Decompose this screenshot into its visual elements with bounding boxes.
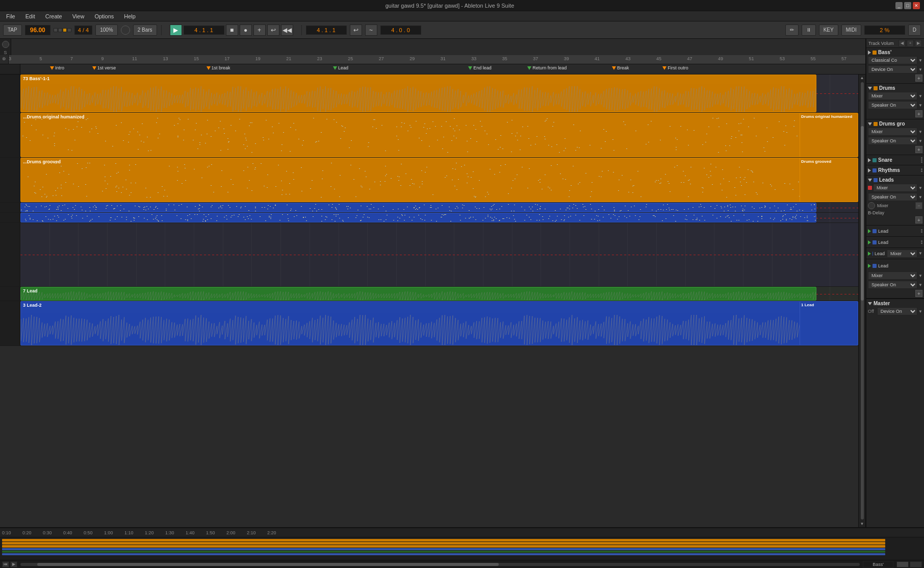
master-collapse-arrow[interactable] <box>868 302 872 305</box>
clip-main-rhythms[interactable] <box>20 213 816 223</box>
master-chevron[interactable]: ▼ <box>918 309 922 314</box>
leads-minus-btn[interactable]: − <box>915 202 922 209</box>
bars-button[interactable]: 2 Bars <box>133 24 157 36</box>
close-button[interactable]: ✕ <box>913 2 920 9</box>
right-wave-btn[interactable]: ~ <box>365 24 377 36</box>
menu-options[interactable]: Options <box>90 12 118 20</box>
locator-Return-from-lead[interactable]: Return from lead <box>527 65 567 70</box>
drumsgrv-add-btn[interactable]: + <box>915 146 922 153</box>
maximize-button[interactable]: □ <box>904 2 911 9</box>
d-button[interactable]: D <box>908 24 921 36</box>
lead1-play[interactable] <box>868 229 871 233</box>
tempo-display[interactable]: 96.00 <box>25 25 50 35</box>
lead4-add-btn[interactable]: + <box>915 290 922 297</box>
lead4-chevron[interactable]: ▼ <box>918 274 922 278</box>
loop-button[interactable]: ↩ <box>267 24 279 36</box>
panel-left-btn[interactable]: ◀ <box>899 40 906 47</box>
lead3-chevron[interactable]: ▼ <box>918 251 922 256</box>
bass-add-btn[interactable]: + <box>915 75 922 82</box>
bass-collapse-arrow[interactable] <box>868 51 871 55</box>
clip-right-drums[interactable]: Drums original humanized <box>800 113 858 157</box>
leads-knob[interactable] <box>868 202 875 209</box>
bass-device2-chevron[interactable]: ▼ <box>918 67 922 72</box>
locator-First-outro[interactable]: First outro <box>662 65 688 70</box>
drumsgrv-chevron[interactable]: ▼ <box>918 130 922 134</box>
drums-chevron[interactable]: ▼ <box>918 94 922 98</box>
lead4-device-select[interactable]: Mixer <box>868 271 917 280</box>
drums-device-select[interactable]: Mixer <box>868 92 917 100</box>
locator-End-lead[interactable]: End lead <box>468 65 492 70</box>
leads-device2-select[interactable]: Speaker On <box>868 193 917 201</box>
drumsgrv-device-select[interactable]: Mixer <box>868 128 917 136</box>
time-sig-display[interactable]: 4 / 4 <box>74 26 92 35</box>
clip-main-drums[interactable]: ...Drums original humanized <box>20 113 816 157</box>
panel-right-btn[interactable]: ▶ <box>915 40 922 47</box>
leads-device-select[interactable]: Mixer <box>873 184 917 192</box>
drums-collapse-arrow[interactable] <box>868 87 872 90</box>
locator-Intro[interactable]: Intro <box>50 65 64 70</box>
record-button[interactable]: ● <box>240 24 252 36</box>
locator-Lead[interactable]: Lead <box>333 65 348 70</box>
pause-btn[interactable]: ⏸ <box>802 24 816 36</box>
v-scrollbar[interactable]: ▲ ▼ <box>858 75 865 527</box>
zoom-display[interactable]: 100% <box>95 24 118 36</box>
clip-main-snare[interactable] <box>20 203 816 212</box>
lead4-play[interactable] <box>868 264 871 268</box>
locator-1st-verse[interactable]: 1st verse <box>92 65 116 70</box>
bt-play[interactable]: ▶ <box>10 561 17 567</box>
bottom-scroll-thumb[interactable] <box>37 563 499 566</box>
menu-create[interactable]: Create <box>41 12 66 20</box>
scroll-thumb[interactable] <box>861 126 864 301</box>
clip-main-lead6[interactable]: 7 Lead <box>20 287 816 301</box>
add-button[interactable]: + <box>253 24 266 36</box>
bass-chevron[interactable]: ▼ <box>918 58 922 63</box>
scroll-up[interactable]: ▲ <box>860 76 864 80</box>
clip-right-drumsgrv[interactable]: Drums grooved <box>800 158 858 202</box>
menu-view[interactable]: View <box>68 12 89 20</box>
drumsgrv-device2-select[interactable]: Speaker On <box>868 137 917 145</box>
drumsgrv-collapse-arrow[interactable] <box>868 122 872 126</box>
back-button[interactable]: ◀◀ <box>281 24 293 36</box>
panel-add-btn[interactable]: + <box>907 40 914 47</box>
minimize-button[interactable]: _ <box>895 2 903 9</box>
midi-button[interactable]: MIDI <box>841 24 861 36</box>
menu-edit[interactable]: Edit <box>21 12 39 20</box>
bottom-scrollbar[interactable] <box>20 563 860 566</box>
left-knob[interactable] <box>2 41 9 48</box>
leads-chevron[interactable]: ▼ <box>918 186 922 190</box>
clip-right-lead1[interactable]: 1 Lead <box>800 301 858 345</box>
midi-dot-251 <box>726 151 727 151</box>
drums-device2-select[interactable]: Speaker On <box>868 101 917 109</box>
key-button[interactable]: KEY <box>819 24 838 36</box>
bass-device-select[interactable]: Classical Co <box>868 56 917 64</box>
drums-device2-chevron[interactable]: ▼ <box>918 103 922 108</box>
menu-file[interactable]: File <box>2 12 19 20</box>
leads-add-btn[interactable]: + <box>915 216 922 224</box>
clip-main-drumsgrv[interactable]: ...Drums grooved <box>20 158 816 202</box>
snare-arrow[interactable] <box>868 158 871 162</box>
scroll-down[interactable]: ▼ <box>860 522 864 526</box>
draw-tools[interactable]: ✏ <box>785 24 799 36</box>
right-loop-btn[interactable]: ↩ <box>350 24 362 36</box>
lead3-device-select[interactable]: Mixer <box>887 250 917 258</box>
menu-help[interactable]: Help <box>120 12 140 20</box>
drumsgrv-device2-chevron[interactable]: ▼ <box>918 139 922 143</box>
bass-device2-select[interactable]: Device On <box>868 65 917 73</box>
locator-Break[interactable]: Break <box>612 65 629 70</box>
bt-back[interactable]: ⏮ <box>2 561 9 567</box>
rhythms-arrow[interactable] <box>868 168 871 172</box>
stop-button[interactable]: ■ <box>226 24 238 36</box>
locator-1st-break[interactable]: 1st break <box>207 65 230 70</box>
clip-main-lead1[interactable]: 3 Lead-2 <box>20 301 816 345</box>
lead3-play[interactable] <box>868 252 871 256</box>
leads-collapse-arrow[interactable] <box>868 179 872 182</box>
play-button[interactable]: ▶ <box>170 24 182 36</box>
master-device-select[interactable]: Device On <box>877 307 917 315</box>
tap-button[interactable]: TAP <box>3 24 22 36</box>
drums-add-btn[interactable]: + <box>915 110 922 117</box>
lead2-play[interactable] <box>868 240 871 244</box>
clip-main-bass[interactable]: 73 Bass'-1-1 <box>20 75 816 112</box>
lead4-device2-chevron[interactable]: ▼ <box>918 283 922 287</box>
leads-device2-chevron[interactable]: ▼ <box>918 195 922 200</box>
lead4-device2-select[interactable]: Speaker On <box>868 281 917 289</box>
